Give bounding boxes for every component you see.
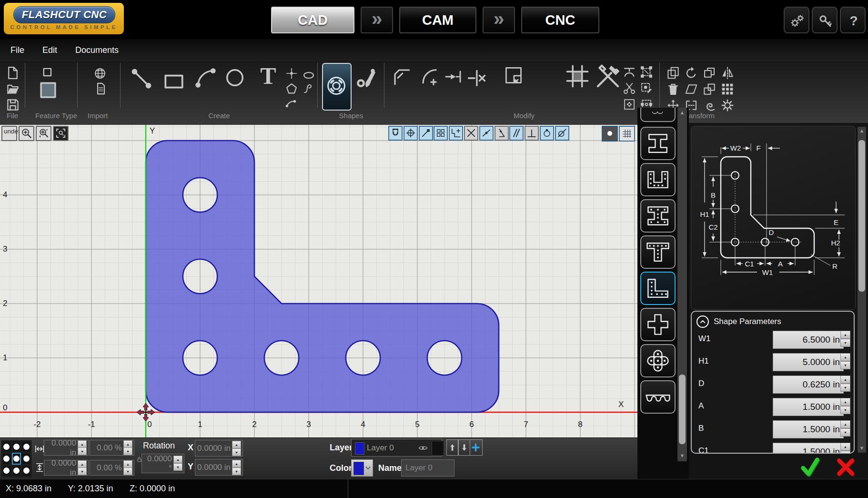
anchor-cell[interactable] [12,441,21,452]
param-input-b[interactable]: 1.5000 in [773,420,844,438]
menu-file[interactable]: File [10,45,24,55]
sweep-spiral-tool-button[interactable] [702,98,717,112]
template-button-clipped[interactable]: .dots{fill:currentColor;stroke:none;} [640,108,676,122]
text-tool-tool-button[interactable]: T [256,64,280,88]
width-percent-input[interactable]: 0.00 % [90,440,134,456]
trash-tool-button[interactable] [666,82,680,96]
spin-down[interactable] [78,447,87,455]
intersection-snap-button[interactable] [464,126,478,141]
spin-down[interactable] [840,428,850,437]
param-spinner[interactable] [840,398,850,415]
spin-up[interactable] [123,440,132,448]
t-arc-node-tool-button[interactable] [622,65,636,79]
arc-tool-button[interactable] [194,67,216,89]
param-input-c1[interactable]: 1.5000 in [773,443,844,454]
sq-filled-tool-button[interactable] [38,80,58,100]
anchor-cell[interactable] [2,441,11,452]
zoom-extents-tool-button[interactable] [36,126,51,141]
spin-down[interactable] [78,468,87,475]
break-line-tool-button[interactable] [466,68,487,89]
mirror-tool-button[interactable] [720,66,735,80]
spin-down[interactable] [840,361,850,369]
help-button[interactable]: ? [840,7,866,33]
panel-scrollbar[interactable]: ▲ ▼ [858,127,866,453]
torch-tool-button[interactable] [355,68,377,90]
layer-selector[interactable]: Layer 0 [351,439,442,457]
settings-button[interactable] [784,7,809,33]
param-spinner[interactable] [840,443,850,454]
anchor-cell[interactable] [2,453,11,464]
spin-up[interactable] [123,460,132,468]
add-layer-button[interactable] [470,439,483,456]
cancel-button[interactable] [834,457,858,478]
spin-down[interactable] [232,468,241,475]
param-spinner[interactable] [840,331,850,348]
spin-up[interactable] [840,353,850,361]
corner-trim-tool-button[interactable] [392,67,412,87]
fillet-tool-button[interactable] [420,66,440,86]
shapes-tool-button-selected[interactable] [322,63,352,111]
node-edit-tool-button[interactable] [639,81,654,95]
template-cross-holes-button[interactable]: .dots{fill:currentColor;stroke:none;} [640,344,676,377]
stack-tool-button[interactable] [702,82,717,96]
quadrant-snap-button[interactable] [540,126,554,141]
pan-tool-button[interactable]: undefined [1,126,17,141]
midpoint-snap-button[interactable] [479,126,494,141]
param-spinner[interactable] [840,420,850,437]
ortho-snap-button[interactable] [449,126,463,141]
center-snap-button[interactable] [404,126,418,141]
globe-tool-button[interactable] [93,67,107,80]
collapse-panel-button[interactable] [696,315,709,328]
template-u-channel-holes-button[interactable]: .dots{fill:currentColor;stroke:none;} [640,163,676,196]
hammer-pencil-tool-button[interactable] [595,63,621,90]
endpoint-snap-button[interactable] [419,126,433,141]
spin-down[interactable] [840,406,850,414]
apply-button[interactable] [797,456,822,478]
anchor-cell[interactable] [21,441,31,452]
spin-down[interactable] [123,447,132,455]
height-percent-input[interactable]: 0.00 % [90,460,134,476]
template-l-bracket-holes-button[interactable]: .dots{fill:currentColor;stroke:none;} [640,272,676,305]
ellipse-tool-tool-button[interactable] [302,69,315,82]
sq-outline-tool-button[interactable] [41,66,54,79]
spin-up[interactable] [78,460,87,468]
spin-down[interactable] [173,463,182,471]
tangent-snap-button[interactable] [555,126,569,141]
spin-up[interactable] [78,440,87,448]
perp-snap-button[interactable] [525,126,539,141]
point-display-button[interactable] [602,126,618,142]
copy-tool-button[interactable] [666,66,680,80]
arc-small-tool-button[interactable] [285,97,297,110]
image-corner-tool-button[interactable] [503,65,524,86]
rotation-input[interactable]: 0.0000 ° [141,454,184,473]
template-i-beam-button[interactable]: .dots{fill:currentColor;stroke:none;} [640,127,676,160]
spin-up[interactable] [840,398,850,406]
scroll-up-icon[interactable]: ▲ [858,128,866,133]
anchor-point-grid[interactable] [1,440,31,477]
dxf-tool-button[interactable] [94,82,108,95]
spin-up[interactable] [232,441,241,448]
param-input-h1[interactable]: 5.0000 in [773,353,844,371]
point-tool-button[interactable] [285,67,298,80]
skew-tool-button[interactable] [684,82,698,96]
layer-name-input[interactable]: Layer 0 [401,459,454,477]
select-nodes-tool-button[interactable] [639,65,654,79]
y-position-input[interactable]: 0.0000 in [195,459,243,476]
spline-tool-button[interactable] [302,82,314,94]
scroll-down-icon[interactable]: ▼ [677,453,687,458]
spin-down[interactable] [123,468,132,475]
spin-up[interactable] [232,460,241,468]
param-spinner[interactable] [840,376,850,393]
anchor-cell[interactable] [21,453,31,464]
gear-tool-button[interactable] [720,98,735,112]
line-tool-button[interactable] [130,67,153,91]
cad-mode-button[interactable]: CAD [271,7,354,33]
anchor-cell-selected[interactable] [12,453,21,464]
layer-secondary-swatch[interactable] [432,441,444,456]
scroll-up-icon[interactable]: ▲ [677,110,687,115]
frame-arrows-tool-button[interactable] [622,97,636,112]
new-file-tool-button[interactable] [6,66,20,80]
spin-down[interactable] [840,451,850,454]
zoom-window-tool-button[interactable] [53,126,69,141]
height-input[interactable]: 0.0000 in [44,460,89,476]
